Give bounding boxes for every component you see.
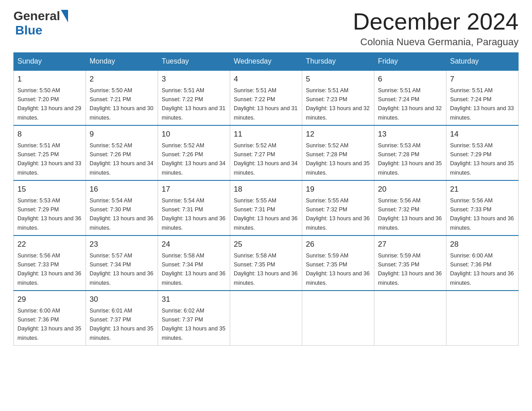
day-info: Sunrise: 5:58 AMSunset: 7:34 PMDaylight:… [162,253,225,286]
month-title: December 2024 [353,9,519,34]
calendar-table: SundayMondayTuesdayWednesdayThursdayFrid… [13,52,519,346]
calendar-week-row: 1 Sunrise: 5:50 AMSunset: 7:20 PMDayligh… [14,70,519,125]
calendar-cell: 29 Sunrise: 6:00 AMSunset: 7:36 PMDaylig… [14,291,86,346]
day-info: Sunrise: 5:58 AMSunset: 7:35 PMDaylight:… [234,253,297,286]
calendar-cell: 14 Sunrise: 5:53 AMSunset: 7:29 PMDaylig… [446,125,519,180]
calendar-cell: 5 Sunrise: 5:51 AMSunset: 7:23 PMDayligh… [302,70,374,125]
calendar-cell: 15 Sunrise: 5:53 AMSunset: 7:29 PMDaylig… [14,180,86,235]
day-info: Sunrise: 5:51 AMSunset: 7:22 PMDaylight:… [234,87,297,121]
calendar-cell [230,291,302,346]
day-number: 19 [306,184,370,195]
calendar-cell: 16 Sunrise: 5:54 AMSunset: 7:30 PMDaylig… [86,180,158,235]
calendar-cell: 27 Sunrise: 5:59 AMSunset: 7:35 PMDaylig… [374,235,446,291]
calendar-cell: 13 Sunrise: 5:53 AMSunset: 7:28 PMDaylig… [374,125,446,180]
day-number: 3 [162,73,226,85]
day-number: 29 [17,294,82,305]
day-number: 11 [234,128,298,140]
day-info: Sunrise: 5:54 AMSunset: 7:31 PMDaylight:… [162,197,225,231]
location-subtitle: Colonia Nueva Germania, Paraguay [353,36,519,48]
day-info: Sunrise: 5:51 AMSunset: 7:25 PMDaylight:… [17,142,81,176]
day-info: Sunrise: 5:54 AMSunset: 7:30 PMDaylight:… [90,197,153,231]
day-number: 31 [162,294,226,305]
day-number: 23 [90,239,154,250]
col-header-tuesday: Tuesday [158,53,230,71]
day-info: Sunrise: 5:52 AMSunset: 7:28 PMDaylight:… [306,142,369,176]
day-number: 13 [378,128,442,140]
calendar-cell: 1 Sunrise: 5:50 AMSunset: 7:20 PMDayligh… [14,70,86,125]
col-header-friday: Friday [374,53,446,71]
day-info: Sunrise: 5:56 AMSunset: 7:33 PMDaylight:… [17,253,81,286]
calendar-cell: 8 Sunrise: 5:51 AMSunset: 7:25 PMDayligh… [14,125,86,180]
day-info: Sunrise: 5:52 AMSunset: 7:26 PMDaylight:… [90,142,153,176]
day-info: Sunrise: 6:00 AMSunset: 7:36 PMDaylight:… [17,308,81,341]
day-number: 24 [162,239,226,250]
day-number: 14 [450,128,515,140]
calendar-cell: 3 Sunrise: 5:51 AMSunset: 7:22 PMDayligh… [158,70,230,125]
day-info: Sunrise: 5:51 AMSunset: 7:24 PMDaylight:… [450,87,514,121]
day-number: 15 [17,184,82,195]
logo-blue-text: Blue [15,23,43,38]
calendar-cell: 4 Sunrise: 5:51 AMSunset: 7:22 PMDayligh… [230,70,302,125]
page-header: General Blue December 2024 Colonia Nueva… [13,9,519,48]
day-number: 21 [450,184,515,195]
day-info: Sunrise: 5:59 AMSunset: 7:35 PMDaylight:… [378,253,442,286]
day-info: Sunrise: 5:55 AMSunset: 7:31 PMDaylight:… [234,197,297,231]
day-number: 25 [234,239,298,250]
day-number: 10 [162,128,226,140]
title-area: December 2024 Colonia Nueva Germania, Pa… [353,9,519,48]
calendar-cell [302,291,374,346]
day-number: 30 [90,294,154,305]
calendar-header-row: SundayMondayTuesdayWednesdayThursdayFrid… [14,53,519,71]
calendar-cell: 25 Sunrise: 5:58 AMSunset: 7:35 PMDaylig… [230,235,302,291]
calendar-cell: 12 Sunrise: 5:52 AMSunset: 7:28 PMDaylig… [302,125,374,180]
calendar-week-row: 22 Sunrise: 5:56 AMSunset: 7:33 PMDaylig… [14,235,519,291]
day-number: 1 [17,73,82,85]
calendar-cell: 19 Sunrise: 5:55 AMSunset: 7:32 PMDaylig… [302,180,374,235]
logo: General Blue [13,9,68,38]
calendar-cell: 30 Sunrise: 6:01 AMSunset: 7:37 PMDaylig… [86,291,158,346]
day-info: Sunrise: 5:59 AMSunset: 7:35 PMDaylight:… [306,253,369,286]
col-header-monday: Monday [86,53,158,71]
day-number: 27 [378,239,442,250]
calendar-cell: 22 Sunrise: 5:56 AMSunset: 7:33 PMDaylig… [14,235,86,291]
day-number: 16 [90,184,154,195]
calendar-week-row: 15 Sunrise: 5:53 AMSunset: 7:29 PMDaylig… [14,180,519,235]
calendar-cell: 28 Sunrise: 6:00 AMSunset: 7:36 PMDaylig… [446,235,519,291]
day-info: Sunrise: 6:01 AMSunset: 7:37 PMDaylight:… [90,308,153,341]
day-number: 17 [162,184,226,195]
day-info: Sunrise: 5:52 AMSunset: 7:27 PMDaylight:… [234,142,297,176]
day-number: 6 [378,73,442,85]
day-info: Sunrise: 5:51 AMSunset: 7:23 PMDaylight:… [306,87,369,121]
day-info: Sunrise: 5:57 AMSunset: 7:34 PMDaylight:… [90,253,153,286]
day-number: 22 [17,239,82,250]
day-info: Sunrise: 5:53 AMSunset: 7:29 PMDaylight:… [450,142,514,176]
day-info: Sunrise: 5:55 AMSunset: 7:32 PMDaylight:… [306,197,369,231]
calendar-cell: 21 Sunrise: 5:56 AMSunset: 7:33 PMDaylig… [446,180,519,235]
day-info: Sunrise: 5:51 AMSunset: 7:22 PMDaylight:… [162,87,225,121]
day-number: 9 [90,128,154,140]
calendar-cell: 26 Sunrise: 5:59 AMSunset: 7:35 PMDaylig… [302,235,374,291]
day-number: 7 [450,73,515,85]
calendar-cell: 6 Sunrise: 5:51 AMSunset: 7:24 PMDayligh… [374,70,446,125]
calendar-cell: 31 Sunrise: 6:02 AMSunset: 7:37 PMDaylig… [158,291,230,346]
calendar-cell: 2 Sunrise: 5:50 AMSunset: 7:21 PMDayligh… [86,70,158,125]
day-number: 18 [234,184,298,195]
day-info: Sunrise: 5:50 AMSunset: 7:20 PMDaylight:… [17,87,81,121]
calendar-cell: 17 Sunrise: 5:54 AMSunset: 7:31 PMDaylig… [158,180,230,235]
calendar-cell: 18 Sunrise: 5:55 AMSunset: 7:31 PMDaylig… [230,180,302,235]
day-number: 8 [17,128,82,140]
day-number: 20 [378,184,442,195]
calendar-cell: 10 Sunrise: 5:52 AMSunset: 7:26 PMDaylig… [158,125,230,180]
logo-general-text: General [13,9,60,23]
day-number: 4 [234,73,298,85]
col-header-thursday: Thursday [302,53,374,71]
calendar-cell [446,291,519,346]
day-number: 5 [306,73,370,85]
day-info: Sunrise: 5:53 AMSunset: 7:28 PMDaylight:… [378,142,442,176]
day-info: Sunrise: 5:56 AMSunset: 7:33 PMDaylight:… [450,197,514,231]
day-info: Sunrise: 5:50 AMSunset: 7:21 PMDaylight:… [90,87,153,121]
day-info: Sunrise: 5:53 AMSunset: 7:29 PMDaylight:… [17,197,81,231]
day-info: Sunrise: 6:02 AMSunset: 7:37 PMDaylight:… [162,308,225,341]
day-number: 12 [306,128,370,140]
calendar-cell: 7 Sunrise: 5:51 AMSunset: 7:24 PMDayligh… [446,70,519,125]
